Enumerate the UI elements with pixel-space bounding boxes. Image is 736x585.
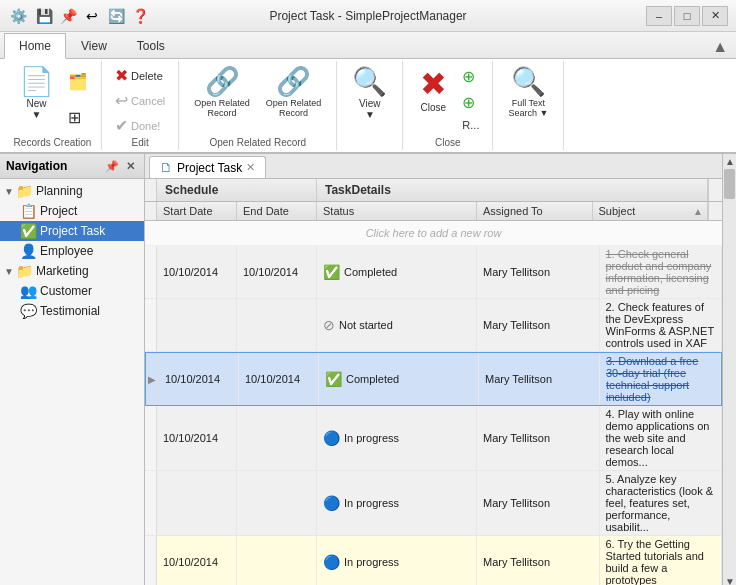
cancel-button[interactable]: ↩ Cancel xyxy=(110,88,170,113)
open-related-group-label: Open Related Record xyxy=(209,137,306,148)
sort-icon: ▲ xyxy=(693,206,703,217)
minimize-button[interactable]: – xyxy=(646,6,672,26)
cell-assigned: Mary Tellitson xyxy=(477,536,600,585)
pin-icon[interactable]: 📌 xyxy=(58,6,78,26)
testimonial-icon: 💬 xyxy=(20,303,37,319)
tree-item-testimonial[interactable]: 💬 Testimonial xyxy=(0,301,144,321)
quick-access-icons: 💾 📌 ↩ 🔄 ❓ xyxy=(34,6,150,26)
cell-assigned: Mary Tellitson xyxy=(477,471,600,535)
table-row[interactable]: 10/10/2014 🔵 In progress Mary Tellitson … xyxy=(145,406,722,471)
vertical-scrollbar[interactable]: ▲ ▼ xyxy=(722,154,736,585)
tree-item-customer[interactable]: 👥 Customer xyxy=(0,281,144,301)
cell-end xyxy=(237,299,317,351)
table-row[interactable]: 🔵 In progress Mary Tellitson 5. Analyze … xyxy=(145,471,722,536)
nav-close-icon[interactable]: ✕ xyxy=(122,158,138,174)
employee-label: Employee xyxy=(40,244,93,258)
doc-tab-close-icon[interactable]: ✕ xyxy=(246,161,255,174)
cell-status: ✅ Completed xyxy=(317,246,477,298)
row-indicator xyxy=(145,299,157,351)
new-icon: 📄 xyxy=(19,68,54,96)
cell-start: 10/10/2014 xyxy=(157,406,237,470)
scroll-thumb[interactable] xyxy=(724,169,735,199)
table-row[interactable]: ▶ 10/10/2014 10/10/2014 ✅ Completed Mary… xyxy=(145,352,722,406)
row-indicator xyxy=(145,246,157,298)
tree-item-planning[interactable]: ▼ 📁 Planning xyxy=(0,181,144,201)
cell-assigned: Mary Tellitson xyxy=(477,246,600,298)
scroll-up-icon[interactable]: ▲ xyxy=(723,154,736,169)
extra-btn-2[interactable]: ⊞ xyxy=(63,105,93,130)
project-task-icon: ✅ xyxy=(20,223,37,239)
tree-item-project-task[interactable]: ✅ Project Task xyxy=(0,221,144,241)
table-row[interactable]: 10/10/2014 🔵 In progress Mary Tellitson … xyxy=(145,536,722,585)
tree-item-project[interactable]: 📋 Project xyxy=(0,201,144,221)
help-icon[interactable]: ❓ xyxy=(130,6,150,26)
new-button[interactable]: 📄 New▼ xyxy=(12,63,61,125)
delete-icon: ✖ xyxy=(115,66,128,85)
r-btn-2[interactable]: ⊕ xyxy=(457,90,484,115)
done-button[interactable]: ✔ Done! xyxy=(110,113,170,138)
status-inprogress-icon: 🔵 xyxy=(323,430,340,446)
app-icon: ⚙️ xyxy=(8,6,28,26)
status-completed-icon: ✅ xyxy=(325,371,342,387)
open-related-btn-2[interactable]: 🔗 Open RelatedRecord xyxy=(259,63,329,123)
table-row[interactable]: ⊘ Not started Mary Tellitson 2. Check fe… xyxy=(145,299,722,352)
cell-start xyxy=(157,471,237,535)
grid-icon: ⊞ xyxy=(68,108,81,127)
project-icon: 📋 xyxy=(20,203,37,219)
cancel-icon: ↩ xyxy=(115,91,128,110)
extra-btn-1[interactable]: 🗂️ xyxy=(63,69,93,94)
grid-container: Schedule TaskDetails Start Date End Date… xyxy=(145,179,722,585)
open-related-label-2: Open RelatedRecord xyxy=(266,98,322,118)
tree-item-employee[interactable]: 👤 Employee xyxy=(0,241,144,261)
records-items: 📄 New▼ 🗂️ ⊞ xyxy=(12,63,93,135)
nav-pin-icon[interactable]: 📌 xyxy=(104,158,120,174)
r-btn-1[interactable]: ⊕ xyxy=(457,64,484,89)
doc-tab-project-task[interactable]: 🗋 Project Task ✕ xyxy=(149,156,266,178)
window-controls[interactable]: – □ ✕ xyxy=(646,6,728,26)
tab-home[interactable]: Home xyxy=(4,33,66,59)
view-icon: 🔍 xyxy=(352,68,387,96)
status-text: In progress xyxy=(344,432,399,444)
customer-icon: 👥 xyxy=(20,283,37,299)
close-button[interactable]: ✖ Close xyxy=(411,63,455,118)
cell-start xyxy=(157,299,237,351)
maximize-button[interactable]: □ xyxy=(674,6,700,26)
open-related-icon-1: 🔗 xyxy=(205,68,240,96)
close-x-icon: ✖ xyxy=(420,68,447,100)
open-related-icon-2: 🔗 xyxy=(276,68,311,96)
cell-end xyxy=(237,406,317,470)
table-row[interactable]: 10/10/2014 10/10/2014 ✅ Completed Mary T… xyxy=(145,246,722,299)
add-row[interactable]: Click here to add a new row xyxy=(145,221,722,246)
tab-tools[interactable]: Tools xyxy=(122,32,180,58)
close-button[interactable]: ✕ xyxy=(702,6,728,26)
ribbon-group-records: 📄 New▼ 🗂️ ⊞ Records Creation xyxy=(4,61,102,150)
cell-subject: 5. Analyze key characteristics (look & f… xyxy=(600,471,723,535)
subcol-subject: Subject ▲ xyxy=(593,202,709,220)
green-circle-icon-1: ⊕ xyxy=(462,67,475,86)
open-related-btn-1[interactable]: 🔗 Open RelatedRecord xyxy=(187,63,257,123)
ribbon-group-search: 🔍 Full TextSearch ▼ xyxy=(493,61,564,150)
tab-view[interactable]: View xyxy=(66,32,122,58)
row-indicator xyxy=(145,471,157,535)
ribbon-collapse-icon[interactable]: ▲ xyxy=(708,36,732,58)
project-task-label: Project Task xyxy=(40,224,105,238)
view-button[interactable]: 🔍 View▼ xyxy=(345,63,394,125)
planning-folder-icon: 📁 xyxy=(16,183,33,199)
cell-start: 10/10/2014 xyxy=(157,246,237,298)
project-label: Project xyxy=(40,204,77,218)
doc-tab-icon: 🗋 xyxy=(160,160,173,175)
list-icon: 🗂️ xyxy=(68,72,88,91)
records-extra: 🗂️ ⊞ xyxy=(63,63,93,135)
cell-end xyxy=(237,536,317,585)
refresh-icon[interactable]: 🔄 xyxy=(106,6,126,26)
ribbon-tabs: Home View Tools ▲ xyxy=(0,32,736,59)
delete-button[interactable]: ✖ Delete xyxy=(110,63,170,88)
save-icon[interactable]: 💾 xyxy=(34,6,54,26)
search-button[interactable]: 🔍 Full TextSearch ▼ xyxy=(501,63,555,123)
status-text: Completed xyxy=(346,373,399,385)
undo-icon[interactable]: ↩ xyxy=(82,6,102,26)
scroll-down-icon[interactable]: ▼ xyxy=(723,574,736,585)
tree-item-marketing[interactable]: ▼ 📁 Marketing xyxy=(0,261,144,281)
nav-tree: ▼ 📁 Planning 📋 Project ✅ Project Task 👤 … xyxy=(0,179,144,585)
employee-icon: 👤 xyxy=(20,243,37,259)
